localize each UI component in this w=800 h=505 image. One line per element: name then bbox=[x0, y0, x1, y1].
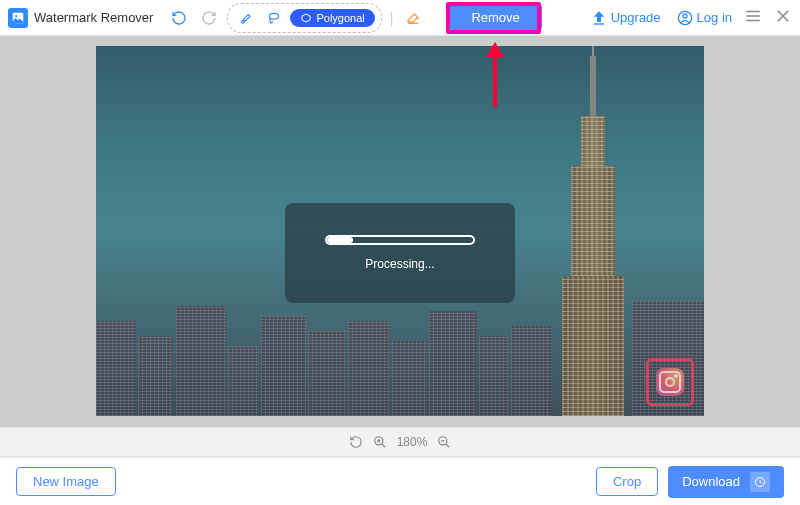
selection-tools-group: Polygonal bbox=[227, 3, 381, 33]
download-button[interactable]: Download bbox=[668, 466, 784, 498]
polygonal-tool-button[interactable]: Polygonal bbox=[290, 9, 374, 27]
bottom-bar: New Image Crop Download bbox=[0, 457, 800, 505]
progress-fill bbox=[327, 237, 353, 243]
svg-rect-3 bbox=[593, 23, 604, 24]
app-logo-icon bbox=[8, 8, 28, 28]
zoom-bar: 180% bbox=[0, 427, 800, 457]
redo-button[interactable] bbox=[197, 6, 221, 30]
zoom-out-icon[interactable] bbox=[437, 435, 451, 449]
app-title: Watermark Remover bbox=[34, 10, 153, 25]
download-label: Download bbox=[682, 474, 740, 489]
eraser-tool-icon[interactable] bbox=[401, 6, 425, 30]
watermark-selection[interactable] bbox=[646, 358, 694, 406]
processing-modal: Processing... bbox=[285, 203, 515, 303]
instagram-icon bbox=[656, 368, 684, 396]
separator: | bbox=[390, 10, 394, 26]
svg-point-5 bbox=[683, 14, 687, 18]
svg-point-2 bbox=[270, 13, 279, 19]
close-icon[interactable] bbox=[774, 7, 792, 29]
login-link[interactable]: Log in bbox=[677, 10, 732, 26]
clock-icon bbox=[750, 472, 770, 492]
progress-bar bbox=[325, 235, 475, 245]
svg-point-1 bbox=[15, 15, 17, 17]
upgrade-label: Upgrade bbox=[611, 10, 661, 25]
rotate-icon[interactable] bbox=[349, 435, 363, 449]
remove-button[interactable]: Remove bbox=[449, 5, 541, 30]
new-image-button[interactable]: New Image bbox=[16, 467, 116, 496]
lasso-tool-icon[interactable] bbox=[262, 6, 286, 30]
polygonal-label: Polygonal bbox=[316, 12, 364, 24]
processing-text: Processing... bbox=[365, 257, 434, 271]
brush-tool-icon[interactable] bbox=[234, 6, 258, 30]
undo-button[interactable] bbox=[167, 6, 191, 30]
upgrade-link[interactable]: Upgrade bbox=[591, 10, 661, 26]
login-label: Log in bbox=[697, 10, 732, 25]
crop-button[interactable]: Crop bbox=[596, 467, 658, 496]
zoom-in-icon[interactable] bbox=[373, 435, 387, 449]
menu-icon[interactable] bbox=[744, 7, 762, 29]
top-toolbar: Watermark Remover Polygonal | Remove Upg… bbox=[0, 0, 800, 36]
zoom-level: 180% bbox=[397, 435, 428, 449]
